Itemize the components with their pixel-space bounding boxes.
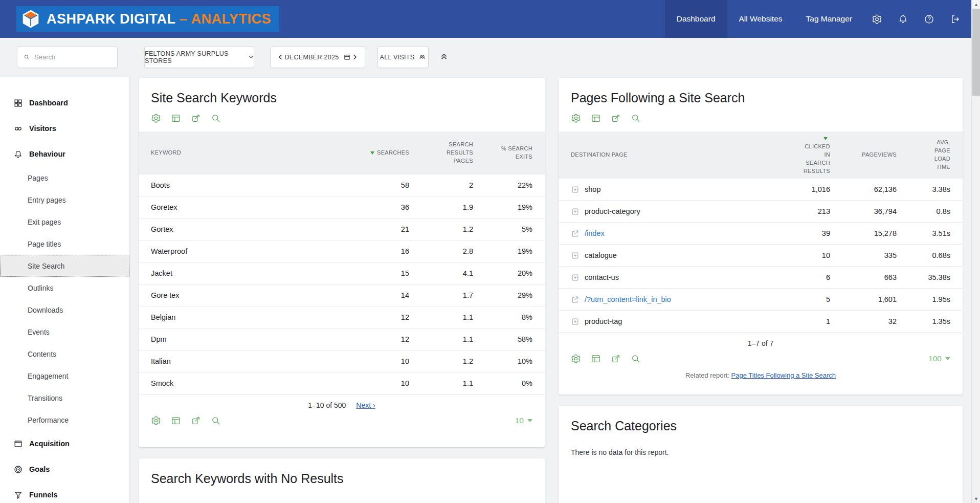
sidebar-item-dashboard[interactable]: Dashboard	[0, 90, 129, 116]
scrollbar-thumb[interactable]	[972, 9, 980, 96]
segment-selector[interactable]: ALL VISITS	[377, 46, 429, 68]
sidebar-item-entry-pages[interactable]: Entry pages	[0, 189, 129, 211]
table-row[interactable]: product-category 21336,7940.8s	[559, 201, 963, 223]
table-row[interactable]: shop 1,01662,1363.38s	[559, 179, 963, 201]
sidebar-item-funnels[interactable]: Funnels	[0, 482, 129, 503]
expand-icon[interactable]	[571, 251, 580, 260]
table-row[interactable]: Dpm121.158%	[139, 329, 545, 351]
table-view-icon[interactable]	[591, 354, 601, 364]
table-row[interactable]: Gortex211.25%	[139, 218, 545, 240]
search-rows-icon[interactable]	[631, 113, 641, 123]
sidebar-item-exit-pages[interactable]: Exit pages	[0, 211, 129, 233]
table-row[interactable]: Goretex361.919%	[139, 196, 545, 218]
search-input[interactable]	[34, 53, 111, 61]
page-link[interactable]: /?utm_content=link_in_bio	[585, 295, 671, 303]
col-keyword[interactable]: KEYWORD	[151, 149, 343, 157]
sidebar-item-pages[interactable]: Pages	[0, 167, 129, 189]
widget-settings-icon[interactable]	[571, 113, 581, 123]
scroll-down-arrow[interactable]: ▼	[972, 494, 980, 503]
table-row[interactable]: Jacket154.120%	[139, 263, 545, 285]
row-limit-selector[interactable]: 10	[515, 416, 532, 425]
widget-settings-icon[interactable]	[571, 354, 581, 364]
col-clicked-in-search-results[interactable]: CLICKED IN SEARCH RESULTS	[748, 135, 830, 176]
date-range-picker[interactable]: DECEMBER 2025	[270, 46, 365, 68]
app-logo[interactable]: ASHPARK DIGITAL – ANALYTICS	[16, 6, 279, 32]
chevron-down-icon	[945, 357, 950, 360]
table-view-icon[interactable]	[591, 113, 601, 123]
table-row[interactable]: product-tag 1321.35s	[559, 311, 963, 333]
search-rows-icon[interactable]	[211, 113, 221, 123]
external-link-icon[interactable]	[571, 229, 580, 238]
expand-icon[interactable]	[571, 273, 580, 282]
site-selector[interactable]: FELTONS ARMY SURPLUS STORES	[144, 46, 254, 68]
pagination-range: 1–7 of 7	[748, 339, 774, 347]
page-link[interactable]: /index	[585, 229, 605, 237]
table-row[interactable]: /index 3915,2783.51s	[559, 223, 963, 245]
table-view-icon[interactable]	[171, 113, 181, 123]
expand-icon[interactable]	[571, 207, 580, 216]
collapse-toolbar-icon[interactable]	[439, 51, 449, 61]
export-icon[interactable]	[191, 415, 201, 426]
next-page-link[interactable]: Next ›	[356, 401, 375, 409]
sidebar-item-transitions[interactable]: Transitions	[0, 387, 129, 409]
export-icon[interactable]	[611, 113, 621, 123]
export-icon[interactable]	[611, 354, 621, 364]
widget-title: Pages Following a Site Search	[559, 78, 963, 105]
table-row[interactable]: contact-us 666335.38s	[559, 267, 963, 289]
table-row[interactable]: Waterproof162.819%	[139, 240, 545, 263]
logout-icon[interactable]	[942, 0, 968, 38]
sidebar-item-visitors[interactable]: Visitors	[0, 116, 129, 141]
external-link-icon[interactable]	[571, 295, 580, 304]
sidebar-item-performance[interactable]: Performance	[0, 409, 129, 431]
widget-site-search-keywords: Site Search Keywords KEYWORD SEARCHES SE…	[139, 78, 545, 447]
sidebar-item-outlinks[interactable]: Outlinks	[0, 277, 129, 299]
search-rows-icon[interactable]	[211, 415, 221, 426]
table-row[interactable]: Italian101.210%	[139, 351, 545, 373]
col-pageviews[interactable]: PAGEVIEWS	[830, 151, 897, 159]
sidebar-item-behaviour[interactable]: Behaviour	[0, 141, 129, 167]
table-row[interactable]: Belgian121.18%	[139, 307, 545, 329]
sidebar-item-contents[interactable]: Contents	[0, 343, 129, 365]
segment-label: ALL VISITS	[380, 54, 415, 61]
row-limit-selector[interactable]: 100	[928, 354, 950, 363]
sidebar-item-site-search[interactable]: Site Search	[0, 255, 129, 277]
scroll-up-arrow[interactable]: ▲	[972, 0, 980, 9]
browser-window-icon	[13, 439, 23, 449]
sidebar-item-events[interactable]: Events	[0, 321, 129, 343]
sidebar-item-engagement[interactable]: Engagement	[0, 365, 129, 387]
table-row[interactable]: Smock101.10%	[139, 373, 545, 395]
nav-all-websites[interactable]: All Websites	[727, 0, 794, 38]
widget-pages-following-search: Pages Following a Site Search DESTINATIO…	[559, 78, 963, 395]
table-row[interactable]: /?utm_content=link_in_bio 51,6011.95s	[559, 289, 963, 311]
sidebar-item-acquisition[interactable]: Acquisition	[0, 431, 129, 456]
export-icon[interactable]	[191, 113, 201, 123]
table-row[interactable]: catalogue 103350.68s	[559, 245, 963, 267]
chevron-left-icon[interactable]	[277, 53, 284, 61]
help-icon[interactable]	[916, 0, 942, 38]
col-search-exits[interactable]: % SEARCH EXITS	[473, 145, 532, 161]
nav-tag-manager[interactable]: Tag Manager	[794, 0, 864, 38]
col-avg-page-load-time[interactable]: AVG. PAGE LOAD TIME	[897, 139, 950, 171]
table-row[interactable]: Gore tex141.729%	[139, 285, 545, 307]
sidebar-item-goals[interactable]: Goals	[0, 456, 129, 482]
widget-settings-icon[interactable]	[151, 113, 161, 123]
notifications-icon[interactable]	[890, 0, 916, 38]
col-searches[interactable]: SEARCHES	[343, 149, 409, 157]
col-destination-page[interactable]: DESTINATION PAGE	[571, 151, 748, 159]
settings-icon[interactable]	[864, 0, 890, 38]
vertical-scrollbar[interactable]: ▲ ▼	[971, 0, 980, 503]
search-rows-icon[interactable]	[631, 354, 641, 364]
expand-icon[interactable]	[571, 185, 580, 194]
chevron-right-icon[interactable]	[351, 53, 359, 61]
sidebar-item-downloads[interactable]: Downloads	[0, 299, 129, 321]
widget-settings-icon[interactable]	[151, 415, 161, 426]
nav-dashboard[interactable]: Dashboard	[665, 0, 727, 38]
table-view-icon[interactable]	[171, 415, 181, 426]
expand-icon[interactable]	[571, 317, 580, 326]
related-report-link[interactable]: Page Titles Following a Site Search	[731, 371, 836, 379]
chevron-down-icon	[527, 419, 532, 422]
sidebar-item-page-titles[interactable]: Page titles	[0, 233, 129, 255]
global-search-box[interactable]	[17, 46, 118, 68]
table-row[interactable]: Boots58222%	[139, 174, 545, 196]
col-search-results-pages[interactable]: SEARCH RESULTS PAGES	[409, 141, 473, 165]
